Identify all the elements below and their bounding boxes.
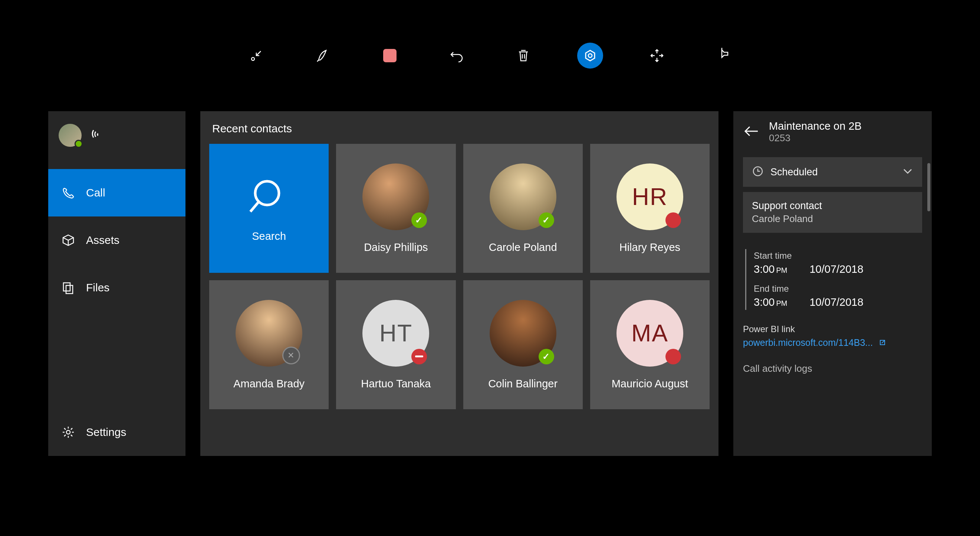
contact-avatar: HR [616,163,683,230]
move-icon[interactable] [644,43,670,68]
svg-point-5 [67,430,70,434]
status-busy-icon [665,349,681,365]
contact-avatar [490,300,557,366]
svg-rect-3 [64,283,70,291]
status-dnd-icon [411,349,427,365]
link-label: Power BI link [743,324,922,335]
search-icon [247,174,291,219]
contact-avatar [235,300,302,366]
end-date: 10/07/2018 [809,296,863,308]
contact-tile[interactable]: MA Mauricio August [590,280,710,409]
details-title: Maintenance on 2B [769,120,862,132]
presence-indicator [75,140,83,148]
powerbi-link[interactable]: powerbi.microsoft.com/114B3... [743,337,886,348]
contact-tile[interactable]: Carole Poland [463,144,583,273]
box-icon [60,233,76,247]
start-label: Start time [754,251,922,261]
logs-heading: Call activity logs [743,363,922,374]
contact-name: Amanda Brady [233,378,304,390]
clock-icon [752,165,764,179]
draw-icon[interactable] [310,43,336,68]
nav-assets[interactable]: Assets [48,216,186,264]
delete-icon[interactable] [511,43,536,68]
minimize-icon[interactable] [243,43,269,68]
support-contact-row[interactable]: Support contact Carole Poland [743,192,922,233]
status-label: Scheduled [770,167,902,178]
search-label: Search [252,230,286,243]
contact-tile[interactable]: HR Hilary Reyes [590,144,710,273]
end-label: End time [754,284,922,294]
status-available-icon [539,349,554,365]
sidebar: Call Assets Files Settings [48,111,186,456]
status-available-icon [411,212,427,228]
contact-name: Daisy Phillips [364,241,428,254]
details-id: 0253 [769,132,862,144]
svg-point-0 [251,57,255,60]
contacts-grid: Search Daisy Phillips Carole Poland HR H… [209,144,710,409]
contacts-heading: Recent contacts [212,122,710,135]
nav-settings-label: Settings [86,426,126,439]
contact-avatar [363,163,429,230]
undo-icon[interactable] [444,43,469,68]
wifi-icon [91,127,105,143]
nav-assets-label: Assets [86,234,119,246]
nav-call-label: Call [86,186,105,199]
contact-name: Mauricio August [612,378,688,390]
status-dropdown[interactable]: Scheduled [743,157,922,187]
contacts-panel: Recent contacts Search Daisy Phillips Ca… [200,111,719,456]
start-date: 10/07/2018 [809,263,863,276]
stop-icon[interactable] [377,43,403,68]
contact-avatar [490,163,557,230]
details-header: Maintenance on 2B 0253 [743,120,922,144]
shape-icon[interactable] [577,43,603,68]
contact-name: Colin Ballinger [488,378,557,390]
status-available-icon [539,212,554,228]
contact-name: Hilary Reyes [619,241,680,254]
back-icon[interactable] [743,123,760,141]
contact-tile[interactable]: Daisy Phillips [336,144,455,273]
contact-tile[interactable]: Colin Ballinger [463,280,583,409]
svg-point-2 [588,54,592,57]
start-time: 3:00 [754,263,775,275]
time-range: Start time 3:00PM 10/07/2018 End time 3:… [745,249,922,310]
toolbar [0,0,980,111]
contact-tile[interactable]: HT Hartuo Tanaka [336,280,455,409]
svg-rect-4 [66,285,73,293]
contact-avatar: HT [363,300,429,366]
avatar[interactable] [59,124,82,147]
svg-point-6 [255,181,279,205]
files-icon [60,281,76,294]
nav-call[interactable]: Call [48,169,186,216]
contact-name: Carole Poland [489,241,557,254]
end-meridiem: PM [776,299,787,307]
start-meridiem: PM [776,266,787,274]
gear-icon [60,425,76,439]
powerbi-link-block: Power BI link powerbi.microsoft.com/114B… [743,324,922,348]
contact-avatar: MA [616,300,683,366]
nav-files[interactable]: Files [48,264,186,311]
external-link-icon [878,338,886,347]
details-panel: Maintenance on 2B 0253 Scheduled Support… [733,111,932,456]
phone-icon [60,186,76,200]
nav-settings[interactable]: Settings [48,409,186,456]
end-time: 3:00 [754,296,775,308]
chevron-down-icon [902,166,913,178]
app-window: Call Assets Files Settings Recent contac… [0,111,980,489]
pin-icon[interactable] [711,43,737,68]
scrollbar[interactable] [928,163,930,211]
contact-name: Hartuo Tanaka [361,378,431,390]
support-label: Support contact [752,200,822,212]
status-busy-icon [665,212,681,228]
svg-marker-1 [586,51,595,61]
profile-row [48,111,186,169]
nav-files-label: Files [86,281,110,294]
search-tile[interactable]: Search [209,144,329,273]
contact-tile[interactable]: Amanda Brady [209,280,329,409]
support-name: Carole Poland [752,213,813,225]
status-offline-icon [282,347,300,365]
